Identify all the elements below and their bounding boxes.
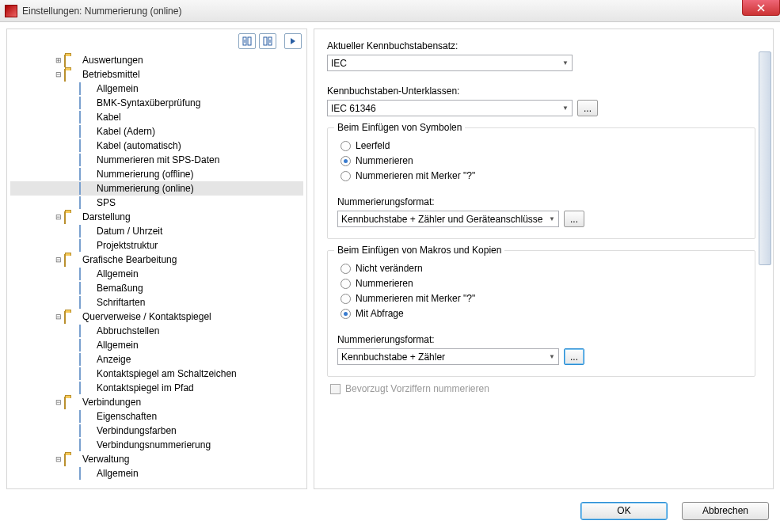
- tree-item[interactable]: Eigenschaften: [10, 409, 303, 424]
- folder-icon: [64, 311, 77, 322]
- expander-expanded-icon[interactable]: ⊟: [53, 455, 64, 463]
- macros-format-browse-button[interactable]: ...: [564, 348, 584, 365]
- tree-label: Verbindungsnummerierung: [94, 439, 213, 451]
- tree-label: Kabel: [94, 111, 124, 124]
- tree-item[interactable]: Kabel (automatisch): [10, 139, 303, 153]
- tree-item[interactable]: Allgemein: [10, 267, 303, 281]
- group-macros: Beim Einfügen von Makros und Kopien Nich…: [327, 250, 755, 377]
- expand-all-button[interactable]: [238, 33, 256, 49]
- symbols-option[interactable]: Leerfeld: [341, 140, 745, 151]
- collapse-all-button[interactable]: [259, 33, 276, 49]
- cancel-button[interactable]: Abbrechen: [682, 502, 769, 520]
- tree-item[interactable]: Verbindungsnummerierung: [10, 438, 303, 452]
- expander-expanded-icon[interactable]: ⊟: [53, 398, 64, 406]
- radio-icon[interactable]: [341, 141, 351, 151]
- macros-option[interactable]: Nummerieren: [341, 278, 745, 289]
- folder-icon: [64, 211, 77, 222]
- macros-option[interactable]: Mit Abfrage: [341, 308, 745, 319]
- scrollbar-thumb[interactable]: [759, 51, 771, 265]
- play-button[interactable]: [284, 33, 302, 49]
- unterklassen-combo[interactable]: IEC 61346: [327, 100, 573, 116]
- radio-label: Nicht verändern: [356, 263, 423, 274]
- macros-option[interactable]: Nummerieren mit Merker "?": [341, 293, 745, 304]
- page-icon: [78, 112, 91, 123]
- macros-option[interactable]: Nicht verändern: [341, 263, 745, 274]
- tree-folder[interactable]: ⊟Verbindungen: [10, 395, 303, 409]
- tree-item[interactable]: Anzeige: [10, 352, 303, 367]
- tree-folder[interactable]: ⊟Querverweise / Kontaktspiegel: [10, 310, 303, 324]
- tree-item[interactable]: Verbindungsfarben: [10, 424, 303, 438]
- radio-icon[interactable]: [341, 264, 351, 274]
- tree-label: Kontaktspiegel im Pfad: [94, 382, 196, 394]
- tree-item[interactable]: Projektstruktur: [10, 238, 303, 253]
- titlebar: Einstellungen: Nummerierung (online): [0, 0, 780, 22]
- tree-item[interactable]: SPS: [10, 196, 303, 210]
- tree-label: Allgemein: [94, 467, 141, 480]
- tree-folder[interactable]: ⊞Auswertungen: [10, 53, 303, 67]
- tree-item[interactable]: BMK-Syntaxüberprüfung: [10, 96, 303, 110]
- tree-label: Nummerieren mit SPS-Daten: [94, 154, 222, 166]
- vorziffern-checkbox-row[interactable]: Bevorzugt Vorziffern nummerieren: [330, 383, 755, 394]
- expander-expanded-icon[interactable]: ⊟: [53, 70, 64, 78]
- tree-label: Anzeige: [94, 353, 133, 366]
- tree-label: Projektstruktur: [94, 239, 160, 252]
- unterklassen-browse-button[interactable]: ...: [577, 100, 598, 116]
- expander-collapsed-icon[interactable]: ⊞: [53, 56, 64, 64]
- tree-item[interactable]: Kontaktspiegel am Schaltzeichen: [10, 367, 303, 381]
- tree-item[interactable]: Bemaßung: [10, 281, 303, 295]
- tree-label: Eigenschaften: [94, 410, 159, 423]
- aktueller-value: IEC: [331, 58, 347, 69]
- group-macros-legend: Beim Einfügen von Makros und Kopien: [334, 245, 504, 256]
- tree-item[interactable]: Abbruchstellen: [10, 324, 303, 338]
- settings-tree[interactable]: ⊞Auswertungen⊟BetriebsmittelAllgemeinBMK…: [7, 53, 306, 488]
- expander-expanded-icon[interactable]: ⊟: [53, 313, 64, 321]
- tree-folder[interactable]: ⊟Betriebsmittel: [10, 67, 303, 82]
- tree-item[interactable]: Kontaktspiegel im Pfad: [10, 381, 303, 395]
- radio-label: Mit Abfrage: [356, 308, 404, 319]
- radio-icon[interactable]: [341, 294, 351, 304]
- tree-folder[interactable]: ⊟Darstellung: [10, 210, 303, 224]
- radio-icon[interactable]: [341, 279, 351, 289]
- tree-item[interactable]: Allgemein: [10, 338, 303, 352]
- tree-item[interactable]: Nummerierung (offline): [10, 167, 303, 181]
- tree-item[interactable]: Datum / Uhrzeit: [10, 224, 303, 238]
- page-icon: [78, 354, 91, 365]
- expander-expanded-icon[interactable]: ⊟: [53, 256, 64, 264]
- radio-label: Nummerieren mit Merker "?": [356, 170, 475, 181]
- tree-item[interactable]: Nummerieren mit SPS-Daten: [10, 153, 303, 167]
- tree-item[interactable]: Kabel: [10, 110, 303, 124]
- tree-label: Nummerierung (online): [94, 182, 196, 195]
- close-button[interactable]: [742, 0, 780, 16]
- folder-icon: [64, 55, 77, 66]
- macros-format-combo[interactable]: Kennbuchstabe + Zähler: [337, 348, 559, 365]
- vorziffern-checkbox[interactable]: [330, 384, 341, 394]
- tree-item[interactable]: Allgemein: [10, 466, 303, 481]
- left-panel: ⊞Auswertungen⊟BetriebsmittelAllgemeinBMK…: [6, 28, 307, 489]
- symbols-format-browse-button[interactable]: ...: [564, 211, 584, 227]
- radio-icon[interactable]: [341, 171, 351, 181]
- tree-folder[interactable]: ⊟Grafische Bearbeitung: [10, 253, 303, 267]
- panel-toolbar: [7, 29, 306, 53]
- radio-icon[interactable]: [341, 309, 351, 319]
- radio-icon[interactable]: [341, 156, 351, 166]
- page-icon: [78, 297, 91, 308]
- ok-button[interactable]: OK: [580, 502, 668, 520]
- symbols-format-combo[interactable]: Kennbuchstabe + Zähler und Geräteanschlü…: [337, 211, 559, 227]
- aktueller-combo[interactable]: IEC: [327, 55, 573, 71]
- page-icon: [78, 382, 91, 393]
- play-icon: [289, 37, 297, 45]
- page-icon: [78, 140, 91, 151]
- tree-label: BMK-Syntaxüberprüfung: [94, 97, 203, 109]
- tree-item[interactable]: Schriftarten: [10, 295, 303, 310]
- svg-rect-2: [264, 37, 267, 45]
- symbols-option[interactable]: Nummerieren mit Merker "?": [341, 170, 745, 181]
- tree-label: SPS: [94, 196, 118, 209]
- cancel-label: Abbrechen: [702, 505, 748, 516]
- tree-item[interactable]: Nummerierung (online): [10, 181, 303, 196]
- expander-expanded-icon[interactable]: ⊟: [53, 213, 64, 221]
- tree-item[interactable]: Allgemein: [10, 82, 303, 96]
- radio-label: Leerfeld: [356, 140, 390, 151]
- tree-item[interactable]: Kabel (Adern): [10, 124, 303, 139]
- symbols-option[interactable]: Nummerieren: [341, 155, 745, 166]
- tree-folder[interactable]: ⊟Verwaltung: [10, 452, 303, 466]
